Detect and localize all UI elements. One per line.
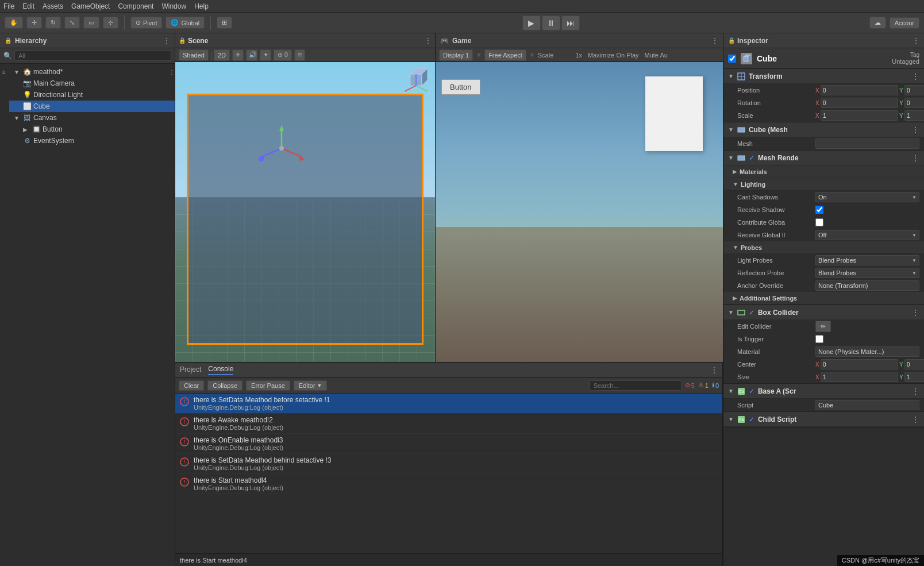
probes-subheader[interactable]: ▼ Probes (723, 241, 924, 254)
pivot-button[interactable]: ⊙ Pivot (130, 17, 162, 29)
receive-global-dropdown[interactable]: Off ▼ (815, 230, 919, 240)
mute-audio-label[interactable]: Mute Au (645, 52, 668, 59)
scale-slider[interactable] (556, 55, 573, 56)
shading-dropdown[interactable]: Shaded (179, 49, 209, 61)
contribute-global-checkbox[interactable] (815, 218, 823, 226)
position-y-input[interactable] (904, 85, 924, 95)
tree-item-eventsystem[interactable]: ▶ ⚙ EventSystem (9, 135, 175, 147)
play-button[interactable]: ▶ (522, 16, 541, 30)
center-y-input[interactable] (904, 359, 924, 369)
inspector-options-icon[interactable]: ⋮ (913, 37, 919, 45)
scene-gizmo-toggle[interactable]: ≋ (294, 49, 305, 61)
tool-move[interactable]: ✛ (26, 17, 42, 29)
clear-button[interactable]: Clear (179, 380, 204, 391)
child-script-enabled-check[interactable]: ✓ (749, 415, 754, 423)
scale-x-input[interactable] (821, 110, 898, 121)
console-tab[interactable]: Console (208, 365, 233, 375)
tree-item-directionallight[interactable]: ▶ 💡 Directional Light (9, 89, 175, 101)
additional-settings-subheader[interactable]: ▶ Additional Settings (723, 292, 924, 305)
menu-help[interactable]: Help (194, 2, 209, 10)
menu-edit[interactable]: Edit (22, 2, 34, 10)
mesh-renderer-header[interactable]: ▼ ✓ Mesh Rende ⋮ (723, 151, 924, 165)
tool-scale[interactable]: ⤡ (64, 17, 80, 29)
scene-audio-button[interactable]: 🔊 (246, 49, 257, 61)
tree-item-canvas[interactable]: ▼ 🖼 Canvas (9, 112, 175, 124)
collab-button[interactable]: ☁ (869, 17, 886, 29)
tree-item-cube[interactable]: ▶ ⬜ Cube (9, 101, 175, 112)
mesh-filter-header[interactable]: ▼ Cube (Mesh ⋮ (723, 122, 924, 137)
rotation-x-input[interactable] (821, 98, 898, 108)
menu-window[interactable]: Window (161, 2, 186, 10)
rotation-y-input[interactable] (904, 98, 924, 108)
scene-orientation-gizmo[interactable] (402, 66, 430, 94)
scene-lock-icon[interactable]: 🔒 (179, 37, 186, 44)
position-x-input[interactable] (821, 85, 898, 95)
tree-item-maincamera[interactable]: ▶ 📷 Main Camera (9, 78, 175, 89)
scale-y-input[interactable] (904, 110, 924, 121)
is-trigger-checkbox[interactable] (815, 335, 823, 343)
menu-component[interactable]: Component (118, 2, 153, 10)
pause-button[interactable]: ⏸ (542, 16, 560, 30)
transform-menu-icon[interactable]: ⋮ (911, 72, 919, 81)
base-a-script-menu-icon[interactable]: ⋮ (911, 387, 919, 396)
console-item-1[interactable]: ! there is Awake meathod!2 UnityEngine.D… (175, 414, 722, 434)
game-options-icon[interactable]: ⋮ (711, 37, 718, 45)
scene-light-button[interactable]: ☀ (232, 49, 244, 61)
receive-shadow-checkbox[interactable] (815, 206, 823, 214)
menu-assets[interactable]: Assets (43, 2, 63, 10)
tool-rotate[interactable]: ↻ (45, 17, 61, 29)
maximize-on-play-label[interactable]: Maximize On Play (588, 52, 639, 59)
center-x-input[interactable] (821, 359, 898, 369)
account-button[interactable]: Accour (890, 17, 919, 29)
editor-button[interactable]: Editor ▼ (294, 380, 328, 391)
aspect-dropdown[interactable]: Free Aspect (484, 49, 526, 61)
box-collider-header[interactable]: ▼ ✓ Box Collider ⋮ (723, 305, 924, 320)
cast-shadows-dropdown[interactable]: On ▼ (815, 192, 919, 202)
collapse-button[interactable]: Collapse (207, 380, 242, 391)
console-item-2[interactable]: ! there is OnEnable meathodl3 UnityEngin… (175, 434, 722, 454)
global-button[interactable]: 🌐 Global (165, 17, 205, 29)
box-collider-enabled-check[interactable]: ✓ (749, 309, 754, 317)
error-pause-button[interactable]: Error Pause (246, 380, 290, 391)
base-a-script-enabled-check[interactable]: ✓ (749, 387, 754, 395)
hierarchy-lock-icon[interactable]: 🔒 (5, 37, 11, 44)
base-a-script-header[interactable]: ▼ C# ✓ Base A (Scr ⋮ (723, 384, 924, 399)
tree-item-meathod[interactable]: ≡ ▼ 🏠 meathod* ⋮ (0, 66, 175, 78)
lighting-subheader[interactable]: ▼ Lighting (723, 178, 924, 191)
console-search-input[interactable] (590, 380, 682, 391)
tree-options-meathod[interactable]: ⋮ (169, 69, 175, 75)
size-y-input[interactable] (904, 372, 924, 382)
tree-item-button[interactable]: ▶ 🔲 Button (18, 124, 175, 135)
menu-gameobject[interactable]: GameObject (71, 2, 110, 10)
game-canvas[interactable]: Button (436, 62, 723, 362)
mesh-filter-menu-icon[interactable]: ⋮ (911, 125, 919, 134)
console-item-3[interactable]: ! there is SetData Meathod behind setact… (175, 454, 722, 474)
child-script-header[interactable]: ▼ C# ✓ Child Script ⋮ (723, 412, 924, 427)
scene-canvas[interactable]: < Persp (175, 62, 435, 362)
size-x-input[interactable] (821, 372, 898, 382)
step-button[interactable]: ⏭ (561, 16, 580, 30)
project-tab[interactable]: Project (180, 365, 201, 375)
inspector-lock-icon[interactable]: 🔒 (728, 37, 735, 44)
tool-rect[interactable]: ▭ (83, 17, 99, 29)
hierarchy-search-input[interactable] (14, 51, 171, 61)
mesh-renderer-menu-icon[interactable]: ⋮ (911, 153, 919, 163)
menu-file[interactable]: File (3, 2, 14, 10)
reflection-probe-dropdown[interactable]: Blend Probes ▼ (815, 268, 919, 278)
object-enabled-checkbox[interactable] (728, 55, 736, 63)
grid-button[interactable]: ⊞ (217, 17, 232, 29)
materials-subheader[interactable]: ▶ Materials (723, 165, 924, 178)
scene-options-icon[interactable]: ⋮ (425, 37, 432, 45)
tool-transform[interactable]: ⊹ (103, 17, 118, 29)
box-collider-menu-icon[interactable]: ⋮ (911, 308, 919, 317)
child-script-menu-icon[interactable]: ⋮ (911, 415, 919, 424)
light-probes-dropdown[interactable]: Blend Probes ▼ (815, 255, 919, 265)
transform-header[interactable]: ▼ Transform ⋮ (723, 69, 924, 84)
console-item-0[interactable]: ! there is SetData Meathod before setact… (175, 394, 722, 414)
mesh-renderer-enabled-check[interactable]: ✓ (749, 154, 754, 162)
scene-gizmos-button[interactable]: ⊕ 0 (274, 49, 292, 61)
console-options-icon[interactable]: ⋮ (711, 366, 718, 374)
game-ui-button[interactable]: Button (441, 79, 480, 95)
hierarchy-options-icon[interactable]: ⋮ (163, 37, 170, 45)
console-item-4[interactable]: ! there is Start meathodl4 UnityEngine.D… (175, 474, 722, 494)
